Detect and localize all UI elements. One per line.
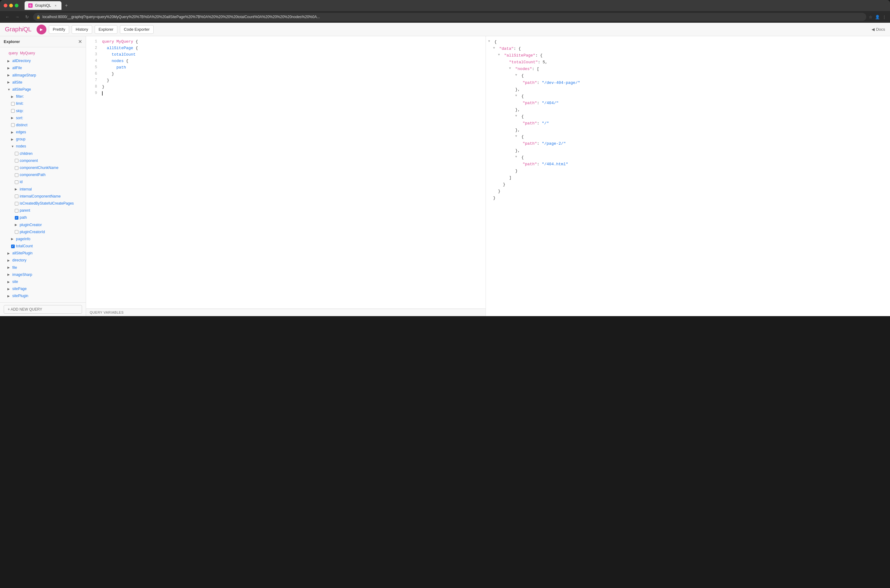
checkbox-checked-icon[interactable]: ✓ <box>11 244 15 248</box>
code-editor[interactable]: 1 query MyQuery { 2 allSitePage { 3 <box>86 36 486 309</box>
list-item[interactable]: ✓ totalCount <box>0 243 86 250</box>
list-item[interactable]: ▶ allSite <box>0 79 86 86</box>
field-label: id <box>20 179 23 185</box>
checkbox-icon[interactable] <box>15 180 18 184</box>
code-exporter-button[interactable]: Code Exporter <box>120 25 154 34</box>
explorer-close-button[interactable]: ✕ <box>78 39 82 45</box>
list-item[interactable]: ▶ allFile <box>0 64 86 72</box>
result-line: ▼ { <box>488 113 888 120</box>
checkbox-icon[interactable] <box>15 173 18 177</box>
history-button[interactable]: History <box>72 25 92 34</box>
list-item[interactable]: component <box>0 157 86 164</box>
field-label: allSite <box>12 80 23 86</box>
list-item[interactable]: ▶ edges <box>0 129 86 136</box>
arrow-icon: ▶ <box>8 286 11 291</box>
checkbox-icon[interactable] <box>15 202 18 206</box>
list-item[interactable]: ▼ nodes <box>0 143 86 150</box>
json-key: "totalCount" <box>509 60 538 64</box>
docs-button[interactable]: ◀ Docs <box>872 27 885 32</box>
list-item[interactable]: ▶ sitePlugin <box>0 292 86 300</box>
field-label: file <box>12 265 17 271</box>
list-item[interactable]: ▶ allSitePlugin <box>0 250 86 257</box>
list-item[interactable]: ▶ pluginCreator <box>0 222 86 229</box>
forward-button[interactable]: → <box>14 15 21 20</box>
list-item[interactable]: ▶ sort: <box>0 115 86 122</box>
arrow-icon: ▼ <box>8 87 11 92</box>
field-label: totalCount <box>16 243 33 249</box>
checkbox-icon[interactable] <box>15 195 18 198</box>
checkbox-icon[interactable] <box>15 230 18 234</box>
json-key: "path" <box>523 162 537 166</box>
list-item[interactable]: ▶ filter: <box>0 93 86 100</box>
checkbox-icon[interactable] <box>11 102 15 106</box>
checkbox-icon[interactable] <box>11 109 15 113</box>
list-item[interactable]: ▼ allSitePage <box>0 86 86 93</box>
active-tab[interactable]: G GraphiQL × <box>25 1 62 10</box>
list-item[interactable]: ▶ group <box>0 136 86 143</box>
checkbox-icon[interactable] <box>15 152 18 156</box>
back-button[interactable]: ← <box>4 15 11 20</box>
checkbox-icon[interactable] <box>15 166 18 170</box>
list-item[interactable]: skip: <box>0 108 86 115</box>
minimize-button[interactable] <box>9 4 13 8</box>
line-number: 1 <box>90 39 97 45</box>
list-item[interactable]: ▶ sitePage <box>0 285 86 292</box>
tab-close-button[interactable]: × <box>54 3 58 8</box>
json-value: "/page-2/" <box>542 141 566 146</box>
line-number: 8 <box>90 84 97 90</box>
explorer-header: Explorer ✕ <box>0 36 86 47</box>
maximize-button[interactable] <box>15 4 18 8</box>
list-item[interactable]: ▶ site <box>0 278 86 285</box>
checkbox-icon[interactable] <box>15 209 18 213</box>
graphiql-toolbar: GraphiQL ▶ Prettify History Explorer Cod… <box>0 23 890 36</box>
json-key: "data" <box>500 45 514 52</box>
profile-icon[interactable]: 👤 <box>875 15 880 20</box>
arrow-icon: ▶ <box>8 66 11 70</box>
list-item[interactable]: ✓ path <box>0 214 86 221</box>
list-item[interactable]: distinct <box>0 122 86 129</box>
run-button[interactable]: ▶ <box>37 25 47 34</box>
prettify-button[interactable]: Prettify <box>49 25 69 34</box>
query-variables-bar[interactable]: QUERY VARIABLES <box>86 309 486 316</box>
list-item[interactable]: ▶ allDirectory <box>0 57 86 64</box>
field-label: sitePlugin <box>12 293 28 299</box>
close-button[interactable] <box>4 4 8 8</box>
list-item[interactable]: limit: <box>0 100 86 107</box>
json-key: "allSitePage" <box>504 52 535 59</box>
json-key: "path" <box>523 101 537 105</box>
list-item[interactable]: ▶ internal <box>0 186 86 193</box>
list-item[interactable]: ▶ imageSharp <box>0 271 86 278</box>
list-item[interactable]: ▶ file <box>0 264 86 271</box>
address-input[interactable]: 🔒 localhost:8000/__graphql?query=query%2… <box>33 13 866 21</box>
result-gutter: ▼ <box>515 113 522 118</box>
list-item[interactable]: pluginCreatorId <box>0 229 86 236</box>
list-item[interactable]: children <box>0 150 86 157</box>
list-item[interactable]: parent <box>0 207 86 214</box>
add-query-button[interactable]: + ADD NEW QUERY <box>4 305 82 314</box>
list-item[interactable]: internalComponentName <box>0 193 86 200</box>
editor-panel[interactable]: 1 query MyQuery { 2 allSitePage { 3 <box>86 36 486 316</box>
explorer-button[interactable]: Explorer <box>95 25 117 34</box>
line-number: 5 <box>90 64 97 70</box>
checkbox-icon[interactable] <box>11 123 15 127</box>
list-item[interactable]: id <box>0 178 86 186</box>
json-value: "/" <box>542 121 549 126</box>
checkbox-icon[interactable] <box>15 159 18 162</box>
code-line-7: 7 } <box>86 77 486 84</box>
menu-icon[interactable]: ⋮ <box>882 15 886 20</box>
list-item[interactable]: ▶ allImageSharp <box>0 72 86 79</box>
list-item[interactable]: isCreatedByStatefulCreatePages <box>0 200 86 207</box>
list-item[interactable]: componentChunkName <box>0 164 86 171</box>
result-line: ▼ { <box>488 154 888 161</box>
list-item[interactable]: ▶ directory <box>0 257 86 264</box>
new-tab-button[interactable]: + <box>63 2 70 9</box>
refresh-button[interactable]: ↻ <box>23 15 31 20</box>
list-item[interactable]: ▶ pageInfo <box>0 236 86 243</box>
list-item[interactable]: componentPath <box>0 171 86 178</box>
query-root[interactable]: query MyQuery <box>0 50 86 57</box>
field-label: path <box>20 215 27 220</box>
bookmark-icon[interactable]: ☆ <box>869 15 872 20</box>
field-label: allSitePage <box>12 87 31 93</box>
main-layout: Explorer ✕ query MyQuery ▶ allDirectory <box>0 36 890 316</box>
checkbox-checked-icon[interactable]: ✓ <box>15 216 18 220</box>
